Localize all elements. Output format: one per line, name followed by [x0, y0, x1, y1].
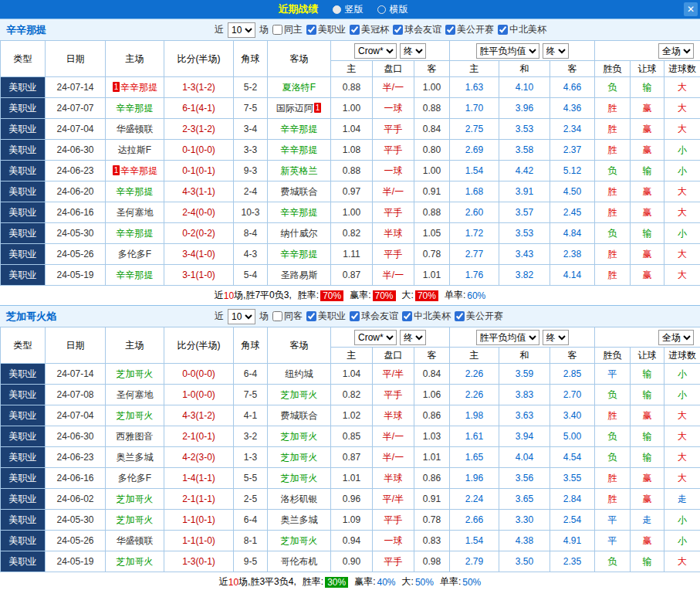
league-filter-checkbox[interactable]: [306, 311, 316, 321]
eu-away-odds-cell: 2.37: [550, 140, 595, 161]
filter-bar: 近10场同主美职业美冠杯球会友谊美公开赛中北美杯: [215, 22, 546, 38]
col-handicap: 让球: [631, 348, 664, 364]
close-icon[interactable]: ✕: [684, 2, 698, 16]
eu-odds-select[interactable]: 胜平负均值: [476, 330, 539, 345]
eu-draw-odds-cell: 3.94: [499, 426, 550, 447]
eu-home-odds-cell: 1.96: [450, 468, 499, 489]
league-filter-checkbox[interactable]: [455, 311, 465, 321]
league-filter[interactable]: 球会友谊: [350, 310, 398, 323]
league-filter[interactable]: 美职业: [306, 23, 346, 36]
league-filter[interactable]: 美公开赛: [455, 310, 503, 323]
league-filter-checkbox[interactable]: [350, 25, 360, 35]
corner-cell: 4-1: [234, 405, 268, 426]
league-filter-checkbox[interactable]: [402, 311, 412, 321]
result-cell: 负: [595, 551, 631, 572]
eu-draw-odds-cell: 4.10: [499, 77, 550, 98]
ah-home-odds-cell: 1.09: [331, 510, 373, 531]
ah-time-select[interactable]: 终: [400, 43, 426, 59]
home-team-name: 华盛顿联: [117, 124, 154, 134]
radio-selected-icon[interactable]: [333, 5, 341, 14]
eu-draw-odds-cell: 4.38: [499, 531, 550, 551]
league-cell: 美职业: [1, 77, 46, 98]
ah-time-select[interactable]: 终: [400, 330, 426, 345]
home-team-name: 辛辛那提: [117, 228, 154, 239]
date-cell: 24-06-20: [46, 181, 106, 202]
scope-select[interactable]: 全场: [658, 43, 694, 59]
league-cell: 美职业: [1, 140, 46, 161]
scope-select[interactable]: 全场: [658, 330, 694, 345]
league-filter[interactable]: 美职业: [306, 310, 346, 323]
handicap-result-cell: 输: [631, 426, 664, 447]
ah-line-cell: 半/一: [373, 426, 414, 447]
eu-time-select[interactable]: 终: [543, 43, 569, 59]
ah-away-odds-cell: 0.91: [414, 489, 450, 510]
eu-draw-odds-cell: 3.50: [499, 551, 550, 572]
home-team-name: 多伦多F: [118, 473, 151, 483]
ah-away-odds-cell: 1.00: [414, 77, 450, 98]
date-cell: 24-05-26: [46, 244, 106, 265]
bookmaker-select[interactable]: Crow*: [354, 330, 397, 345]
match-count-select[interactable]: 10: [228, 22, 255, 38]
home-team-cell: 多伦多F: [106, 244, 164, 265]
league-filter[interactable]: 中北美杯: [498, 23, 546, 36]
eu-home-odds-cell: 1.63: [450, 77, 499, 98]
stat-value: 40%: [377, 577, 396, 588]
league-filter[interactable]: 球会友谊: [393, 23, 441, 36]
eu-draw-odds-cell: 4.42: [499, 161, 550, 181]
league-filter[interactable]: 美公开赛: [445, 23, 494, 36]
radio-unselected-icon[interactable]: [377, 5, 386, 14]
eu-draw-odds-cell: 3.58: [499, 140, 550, 161]
away-team-cell: 奥兰多城: [268, 510, 331, 531]
league-filter-checkbox[interactable]: [350, 311, 360, 321]
match-row: 美职业 24-05-19 辛辛那提 3-1(1-0) 5-4 圣路易斯 0.87…: [1, 265, 700, 286]
league-filter[interactable]: 中北美杯: [402, 310, 451, 323]
eu-away-odds-cell: 2.70: [550, 385, 595, 405]
same-venue-filter-checkbox[interactable]: [272, 25, 282, 35]
league-filter[interactable]: 美冠杯: [350, 23, 389, 36]
matches-tbody: 美职业 24-07-14 芝加哥火 0-0(0-0) 6-4 纽约城 1.04 …: [1, 364, 700, 572]
corner-cell: 5-5: [234, 468, 268, 489]
score-cell: 4-2(3-0): [164, 447, 234, 468]
col-away: 客场: [268, 41, 331, 77]
matches-table: 类型 日期 主场 比分(半场) 角球 客场 Crow*终 胜平负均值终 全场 主…: [0, 327, 700, 572]
date-cell: 24-06-02: [46, 489, 106, 510]
league-filter-checkbox[interactable]: [498, 25, 508, 35]
corner-cell: 9-5: [234, 551, 268, 572]
bookmaker-select[interactable]: Crow*: [354, 43, 397, 59]
home-team-name: 圣何塞地: [117, 389, 154, 400]
same-venue-filter-checkbox[interactable]: [272, 311, 282, 321]
eu-draw-odds-cell: 3.63: [499, 405, 550, 426]
home-team-name: 辛辛那提: [117, 186, 154, 197]
view-option-horizontal[interactable]: 横版: [377, 3, 408, 16]
league-filter-checkbox[interactable]: [445, 25, 455, 35]
ah-home-odds-cell: 1.04: [331, 364, 373, 385]
ah-away-odds-cell: 0.84: [414, 119, 450, 140]
col-date: 日期: [46, 41, 106, 77]
handicap-result-cell: 走: [631, 510, 664, 531]
same-venue-filter[interactable]: 同主: [272, 23, 303, 36]
date-cell: 24-06-16: [46, 468, 106, 489]
eu-home-odds-cell: 1.65: [450, 447, 499, 468]
match-row: 美职业 24-07-04 芝加哥火 4-3(1-2) 4-1 费城联合 1.02…: [1, 405, 700, 426]
same-venue-filter[interactable]: 同客: [272, 310, 303, 323]
eu-away-odds-cell: 4.36: [550, 98, 595, 119]
away-team-name: 纳什威尔: [281, 228, 318, 239]
eu-away-odds-cell: 2.38: [550, 244, 595, 265]
handicap-result-cell: 赢: [631, 202, 664, 223]
match-count-select[interactable]: 10: [228, 309, 255, 324]
league-filter-checkbox[interactable]: [393, 25, 403, 35]
home-team-cell: 辛辛那提: [106, 265, 164, 286]
handicap-result-cell: 赢: [631, 531, 664, 551]
league-filter-checkbox[interactable]: [306, 25, 316, 35]
eu-time-select[interactable]: 终: [543, 330, 569, 345]
eu-home-odds-cell: 2.69: [450, 140, 499, 161]
handicap-result-cell: 输: [631, 385, 664, 405]
away-team-cell: 辛辛那提: [268, 244, 331, 265]
home-team-cell: 1辛辛那提: [106, 161, 164, 181]
goals-result-cell: 大: [664, 244, 700, 265]
result-cell: 胜: [595, 244, 631, 265]
view-option-vertical[interactable]: 竖版: [333, 3, 364, 16]
league-cell: 美职业: [1, 405, 46, 426]
eu-odds-select[interactable]: 胜平负均值: [476, 43, 539, 59]
ah-home-odds-cell: 1.00: [331, 98, 373, 119]
